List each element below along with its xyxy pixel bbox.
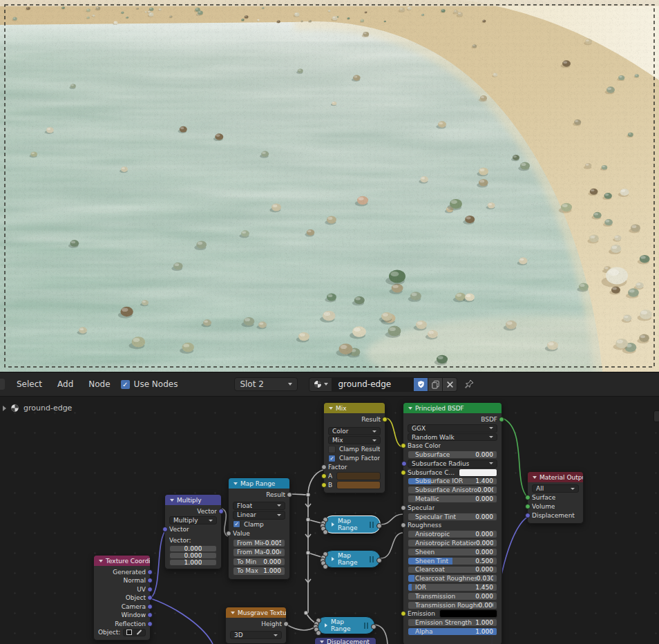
node-row[interactable]: 0.000 (169, 545, 217, 552)
output-socket[interactable] (147, 595, 153, 600)
node-row[interactable]: Normal (98, 577, 146, 585)
node-row[interactable]: Anisotropic Rotation 0.000 (408, 539, 497, 547)
node-row[interactable]: Object: (98, 629, 146, 637)
input-socket[interactable] (316, 630, 321, 636)
node-row[interactable]: Transmission 0.000 (408, 592, 497, 600)
node-row[interactable]: Camera (98, 603, 146, 611)
node-header[interactable]: Texture Coordinate (94, 556, 150, 566)
node-header[interactable]: Multiply (165, 495, 221, 505)
node-row[interactable]: Subsurface Anisotropy 0.000 (408, 486, 497, 494)
node-row[interactable]: Subsurface IOR 1.400 (408, 477, 497, 486)
input-socket[interactable] (323, 564, 328, 569)
use-nodes-checkbox[interactable]: ✓ (121, 380, 130, 389)
chevron-down-icon[interactable] (170, 499, 174, 502)
node-row[interactable]: Clamp (233, 520, 285, 529)
node-header[interactable]: Mix (324, 403, 385, 413)
chevron-right-icon[interactable] (332, 522, 334, 527)
checkbox[interactable] (328, 455, 336, 462)
node-row[interactable]: Specular (408, 504, 497, 512)
chevron-down-icon[interactable] (320, 641, 324, 643)
input-socket[interactable] (401, 611, 406, 616)
menu-node[interactable]: Node (81, 379, 117, 389)
node-row[interactable]: 3D (230, 631, 282, 639)
input-socket[interactable] (321, 473, 327, 479)
pin-button[interactable] (464, 379, 474, 389)
node-row[interactable]: From Max -0.004 (233, 548, 285, 557)
input-socket[interactable] (401, 461, 407, 466)
node-row[interactable]: Value (233, 529, 285, 538)
node-row[interactable]: IOR 1.450 (408, 583, 497, 591)
node-row[interactable]: Emission Strength 1.000 (408, 618, 497, 627)
node-row[interactable]: Subsurface C... (408, 468, 497, 477)
output-socket[interactable] (382, 417, 388, 422)
node-row[interactable]: Result (233, 491, 285, 500)
node-row[interactable]: 1.000 (169, 559, 217, 566)
checkbox[interactable] (328, 446, 336, 453)
node-row[interactable]: UV (98, 585, 146, 594)
node-row[interactable]: Subsurface 0.000 (408, 451, 497, 459)
node-row[interactable]: Vector: (169, 536, 217, 544)
chevron-right-icon[interactable] (325, 623, 327, 627)
node-row[interactable]: Float (233, 502, 285, 511)
node-mix[interactable]: Mix Result Color Mix (323, 402, 385, 493)
chevron-down-icon[interactable] (99, 560, 103, 562)
input-socket[interactable] (226, 531, 231, 536)
node-header[interactable]: Material Output (528, 472, 583, 482)
output-socket[interactable] (283, 621, 289, 627)
node-row[interactable]: Result (328, 415, 381, 424)
node-row[interactable]: Sheen Tint 0.500 (408, 557, 497, 565)
output-socket[interactable] (147, 587, 153, 592)
node-map-range[interactable]: Map Range Result Float Linear (228, 477, 290, 580)
node-header[interactable]: Map Range (229, 478, 289, 489)
chevron-right-icon[interactable] (332, 557, 334, 561)
node-row[interactable]: From Min -0.005 (233, 539, 285, 548)
node-row[interactable]: Color (328, 427, 381, 435)
node-row[interactable]: All (532, 484, 579, 493)
input-socket[interactable] (321, 464, 327, 470)
browse-material-button[interactable] (309, 377, 332, 392)
node-row[interactable]: Specular Tint 0.000 (408, 513, 497, 521)
chevron-down-icon[interactable] (231, 612, 235, 614)
node-row[interactable]: Clearcoat Roughness 0.030 (408, 574, 497, 583)
node-map-range-collapsed-3[interactable]: Map Range (316, 616, 375, 634)
node-row[interactable]: BSDF (408, 415, 497, 424)
node-offscreen-sliver[interactable] (653, 410, 659, 422)
input-socket[interactable] (401, 522, 406, 528)
color-swatch[interactable] (336, 472, 381, 480)
node-principled-bsdf[interactable]: Principled BSDF BSDF GGX Random Walk (403, 402, 502, 644)
node-row[interactable]: Mix (328, 436, 381, 444)
input-socket[interactable] (401, 505, 406, 511)
node-row[interactable]: Multiply (169, 516, 217, 524)
node-row[interactable]: Generated (98, 568, 146, 576)
material-slot-dropdown[interactable]: Slot 2 (234, 377, 298, 391)
node-map-range-collapsed-1[interactable]: Map Range (323, 515, 381, 533)
node-row[interactable]: GGX (408, 424, 497, 433)
output-socket[interactable] (147, 621, 153, 627)
output-socket[interactable] (147, 569, 153, 575)
output-socket[interactable] (147, 578, 153, 583)
node-vector-math-multiply[interactable]: Multiply Vector Multiply Vector (164, 494, 222, 569)
input-socket[interactable] (323, 529, 328, 535)
input-socket[interactable] (525, 495, 531, 500)
node-row[interactable]: Vector (169, 507, 217, 515)
node-row[interactable]: To Min 0.000 (233, 558, 285, 567)
eyedropper-icon[interactable] (137, 629, 142, 635)
output-socket[interactable] (371, 624, 376, 629)
new-material-button[interactable] (428, 377, 443, 392)
output-socket[interactable] (376, 558, 382, 563)
node-row[interactable]: Roughness (408, 522, 497, 530)
node-row[interactable]: Height (230, 620, 282, 628)
input-socket[interactable] (401, 443, 406, 448)
color-swatch[interactable] (336, 481, 381, 489)
chevron-down-icon[interactable] (408, 407, 412, 410)
node-header[interactable]: Principled BSDF (403, 403, 502, 413)
chevron-down-icon[interactable] (329, 407, 333, 410)
node-row[interactable]: Clearcoat 0.000 (408, 566, 497, 574)
chevron-down-icon[interactable] (533, 476, 537, 479)
fake-user-shield-button[interactable] (414, 377, 428, 392)
node-row[interactable]: Emission (408, 610, 497, 618)
node-row[interactable]: 0.000 (169, 552, 217, 559)
node-row[interactable]: Displacement (532, 511, 579, 520)
node-texture-coordinate[interactable]: Texture Coordinate Generated Normal UV (93, 555, 151, 641)
node-row[interactable]: Factor (328, 463, 381, 471)
